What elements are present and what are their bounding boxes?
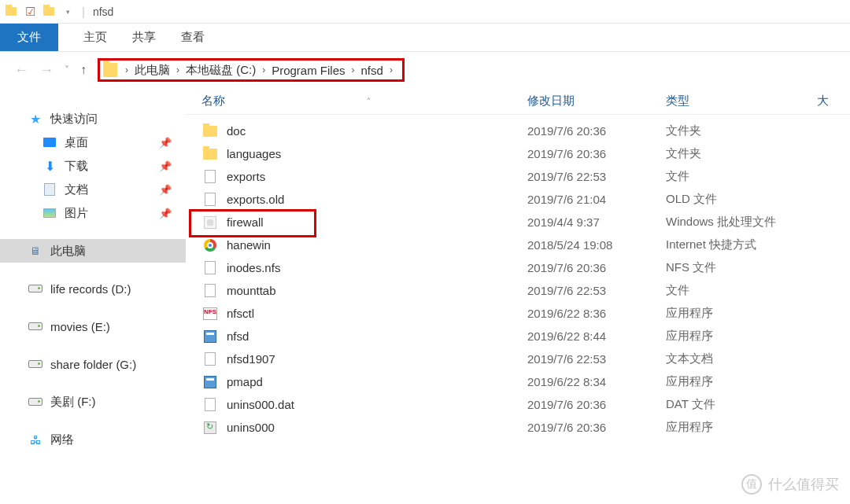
file-row[interactable]: mounttab2019/7/6 22:53文件 (186, 279, 850, 302)
file-type: DAT 文件 (666, 397, 831, 412)
sidebar-item-label: 文档 (65, 182, 88, 197)
file-row[interactable]: exports2019/7/6 22:53文件 (186, 165, 850, 188)
file-date: 2019/6/22 8:44 (527, 329, 666, 343)
nav-history-icon[interactable]: ˅ (65, 64, 69, 75)
column-size[interactable]: 大 (817, 94, 850, 109)
file-date: 2019/6/22 8:36 (527, 307, 666, 320)
column-type[interactable]: 类型 (666, 94, 817, 109)
sidebar-item-label: 桌面 (65, 135, 88, 150)
bc-seg-0[interactable]: 此电脑 (135, 63, 170, 78)
file-type: 应用程序 (666, 329, 831, 344)
breadcrumb[interactable]: › 此电脑 › 本地磁盘 (C:) › Program Files › nfsd… (98, 58, 405, 82)
file-row[interactable]: unins000.dat2019/7/6 20:36DAT 文件 (186, 393, 850, 416)
sidebar-item-thispc[interactable]: 🖥 此电脑 (0, 239, 186, 263)
bc-seg-1[interactable]: 本地磁盘 (C:) (186, 63, 256, 78)
bc-seg-3[interactable]: nfsd (361, 64, 383, 77)
tab-view[interactable]: 查看 (181, 24, 205, 51)
file-type: 应用程序 (666, 420, 831, 435)
sidebar-item-network[interactable]: 🖧 网络 (0, 428, 186, 451)
bc-seg-2[interactable]: Program Files (272, 64, 345, 77)
folder-icon (5, 6, 17, 18)
sidebar-item-drive[interactable]: movies (E:) (0, 315, 186, 338)
tab-home[interactable]: 主页 (83, 24, 107, 51)
file-row[interactable]: pmapd2019/6/22 8:34应用程序 (186, 370, 850, 393)
file-date: 2019/6/22 8:34 (527, 375, 666, 388)
file-date: 2019/7/6 20:36 (527, 124, 666, 138)
tab-file[interactable]: 文件 (0, 24, 58, 51)
file-name: exports (227, 170, 527, 183)
chrome-icon (201, 237, 219, 254)
sidebar-item-label: 快速访问 (50, 112, 98, 127)
qat-dropdown-icon[interactable]: ▾ (61, 6, 74, 18)
nav-forward-icon[interactable]: → (39, 62, 54, 79)
sidebar-item-downloads[interactable]: ⬇ 下载 📌 (0, 154, 186, 178)
desktop-icon (42, 135, 57, 149)
file-type: 文件 (666, 283, 831, 298)
file-row[interactable]: doc2019/7/6 20:36文件夹 (186, 120, 850, 142)
file-row[interactable]: nfsd2019/6/22 8:44应用程序 (186, 325, 850, 348)
file-row[interactable]: NFSnfsctl2019/6/22 8:36应用程序 (186, 302, 850, 325)
file-name: nfsd1907 (227, 352, 527, 366)
pin-icon: 📌 (159, 208, 172, 219)
file-icon (201, 168, 219, 186)
pc-icon: 🖥 (28, 244, 42, 258)
sidebar: ★ 快速访问 桌面 📌 ⬇ 下载 📌 文档 📌 图片 📌 🖥 此电脑 (0, 88, 186, 504)
file-type: 文本文档 (666, 351, 831, 366)
file-row[interactable]: hanewin2018/5/24 19:08Internet 快捷方式 (186, 234, 850, 256)
file-date: 2018/5/24 19:08 (527, 238, 666, 252)
file-row[interactable]: languages2019/7/6 20:36文件夹 (186, 142, 850, 165)
sidebar-item-drive[interactable]: 美剧 (F:) (0, 390, 186, 414)
sidebar-item-desktop[interactable]: 桌面 📌 (0, 131, 186, 154)
sidebar-item-label: 下载 (65, 159, 88, 174)
sidebar-item-quickaccess[interactable]: ★ 快速访问 (0, 107, 186, 131)
sidebar-item-documents[interactable]: 文档 📌 (0, 178, 186, 201)
check-icon[interactable]: ☑ (24, 6, 36, 18)
file-type: Internet 快捷方式 (666, 237, 831, 252)
file-icon (201, 282, 219, 300)
column-name[interactable]: 名称 ˄ (201, 94, 527, 109)
download-icon: ⬇ (42, 159, 57, 173)
star-icon: ★ (28, 112, 42, 126)
sidebar-item-label: 此电脑 (50, 244, 86, 259)
sidebar-item-pictures[interactable]: 图片 📌 (0, 201, 186, 225)
file-date: 2019/7/6 20:36 (527, 261, 666, 274)
navbar: ← → ˅ ↑ › 此电脑 › 本地磁盘 (C:) › Program File… (0, 52, 850, 88)
chevron-right-icon: › (176, 64, 179, 75)
folder-icon (201, 123, 219, 140)
drive-icon (28, 357, 42, 371)
file-name: unins000.dat (227, 398, 527, 411)
exe-icon (201, 328, 219, 345)
sidebar-item-drive[interactable]: share folder (G:) (0, 352, 186, 376)
file-row[interactable]: unins0002019/7/6 20:36应用程序 (186, 416, 850, 439)
file-name: firewall (227, 215, 527, 229)
sidebar-item-drive[interactable]: life records (D:) (0, 277, 186, 300)
file-date: 2019/7/6 22:53 (527, 352, 666, 366)
file-list: 名称 ˄ 修改日期 类型 大 doc2019/7/6 20:36文件夹langu… (186, 88, 850, 504)
nav-back-icon[interactable]: ← (14, 62, 28, 79)
document-icon (42, 182, 57, 197)
column-date[interactable]: 修改日期 (527, 94, 666, 109)
file-name: hanewin (227, 238, 527, 252)
file-name: unins000 (227, 421, 527, 434)
sidebar-item-label: life records (D:) (50, 282, 131, 296)
content: ★ 快速访问 桌面 📌 ⬇ 下载 📌 文档 📌 图片 📌 🖥 此电脑 (0, 88, 850, 504)
folder-icon (201, 145, 219, 163)
file-type: 文件 (666, 169, 831, 184)
file-name: mounttab (227, 284, 527, 297)
bat-icon (201, 214, 219, 231)
file-type: 应用程序 (666, 306, 831, 321)
watermark-badge: 值 (741, 474, 762, 495)
file-name: exports.old (227, 193, 527, 206)
file-type: 应用程序 (666, 374, 831, 389)
file-row[interactable]: exports.old2019/7/6 21:04OLD 文件 (186, 188, 850, 211)
watermark-text: 什么值得买 (768, 475, 839, 494)
file-name: inodes.nfs (227, 261, 527, 274)
file-row[interactable]: firewall2019/4/4 9:37Windows 批处理文件 (186, 211, 850, 234)
sort-asc-icon: ˄ (367, 97, 371, 105)
sidebar-item-label: 图片 (65, 206, 88, 221)
file-row[interactable]: inodes.nfs2019/7/6 20:36NFS 文件 (186, 256, 850, 279)
file-row[interactable]: nfsd19072019/7/6 22:53文本文档 (186, 348, 850, 370)
tab-share[interactable]: 共享 (132, 24, 156, 51)
nav-up-icon[interactable]: ↑ (80, 63, 87, 77)
pin-icon: 📌 (159, 184, 172, 196)
